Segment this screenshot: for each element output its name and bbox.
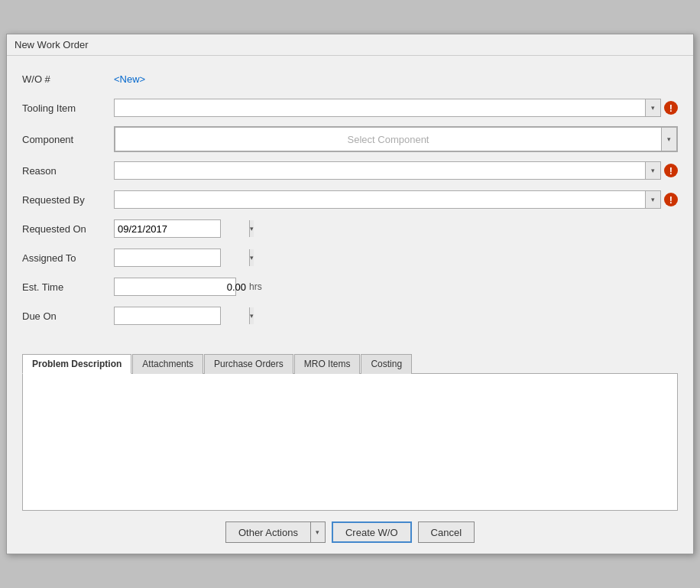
tooling-item-row: Tooling Item ▾ ! — [22, 97, 678, 119]
tab-purchase-orders[interactable]: Purchase Orders — [204, 354, 293, 374]
est-time-unit: hrs — [249, 281, 262, 292]
est-time-wrap: hrs — [114, 278, 678, 296]
reason-label: Reason — [22, 165, 114, 177]
main-window: New Work Order W/O # <New> Tooling Item … — [6, 34, 694, 554]
est-time-label: Est. Time — [22, 281, 114, 293]
assigned-to-row: Assigned To ▾ — [22, 247, 678, 268]
tooling-item-required-icon: ! — [664, 101, 678, 115]
tooling-item-dropdown-btn[interactable]: ▾ — [645, 99, 660, 116]
component-wrap: Select Component ▾ — [114, 126, 678, 152]
tab-attachments[interactable]: Attachments — [132, 354, 203, 374]
tab-costing[interactable]: Costing — [361, 354, 412, 374]
assigned-to-input[interactable] — [115, 249, 249, 266]
tab-content-problem-description — [22, 373, 678, 511]
assigned-to-wrap: ▾ — [114, 249, 678, 267]
est-time-field: hrs — [114, 278, 236, 296]
requested-on-field: ▾ — [114, 219, 221, 238]
due-on-input[interactable] — [115, 307, 249, 324]
component-placeholder[interactable]: Select Component — [115, 134, 661, 145]
reason-input[interactable] — [115, 162, 645, 179]
wo-number-row: W/O # <New> — [22, 68, 678, 89]
tabs-header: Problem Description Attachments Purchase… — [22, 354, 678, 374]
requested-on-row: Requested On ▾ — [22, 218, 678, 239]
component-label: Component — [22, 134, 114, 145]
wo-number-label: W/O # — [22, 73, 114, 85]
requested-by-input[interactable] — [115, 191, 645, 208]
tooling-item-input[interactable] — [115, 99, 645, 116]
tab-problem-description[interactable]: Problem Description — [22, 354, 131, 374]
requested-by-row: Requested By ▾ ! — [22, 189, 678, 210]
assigned-to-field: ▾ — [114, 249, 221, 267]
reason-required-icon: ! — [664, 164, 678, 177]
wo-number-value-wrap: <New> — [114, 73, 678, 85]
reason-row: Reason ▾ ! — [22, 160, 678, 181]
due-on-field: ▾ — [114, 307, 221, 325]
requested-by-dropdown-btn[interactable]: ▾ — [645, 191, 660, 208]
component-row: Component Select Component ▾ — [22, 126, 678, 152]
requested-by-field: ▾ — [114, 190, 661, 209]
reason-wrap: ▾ ! — [114, 161, 678, 180]
requested-on-label: Requested On — [22, 223, 114, 235]
due-on-label: Due On — [22, 310, 114, 322]
cancel-button[interactable]: Cancel — [418, 521, 475, 543]
requested-by-label: Requested By — [22, 194, 114, 206]
est-time-input[interactable] — [115, 278, 249, 295]
requested-on-calendar-btn[interactable]: ▾ — [249, 220, 254, 237]
tooling-item-label: Tooling Item — [22, 102, 114, 114]
wo-number-value: <New> — [114, 73, 145, 85]
other-actions-arrow-btn[interactable]: ▾ — [310, 521, 326, 543]
window-title: New Work Order — [15, 39, 89, 50]
reason-dropdown-btn[interactable]: ▾ — [645, 162, 660, 179]
due-on-wrap: ▾ — [114, 307, 678, 325]
create-wo-button[interactable]: Create W/O — [332, 521, 412, 543]
requested-on-input[interactable] — [115, 220, 249, 237]
reason-field: ▾ — [114, 161, 661, 180]
other-actions-button[interactable]: Other Actions — [225, 521, 310, 543]
tabs-area: Problem Description Attachments Purchase… — [22, 354, 678, 511]
requested-by-required-icon: ! — [664, 193, 678, 206]
est-time-row: Est. Time hrs — [22, 276, 678, 297]
due-on-row: Due On ▾ — [22, 305, 678, 326]
tooling-item-field: ▾ — [114, 99, 661, 117]
tooling-item-wrap: ▾ ! — [114, 99, 678, 117]
form-area: W/O # <New> Tooling Item ▾ ! Component — [7, 56, 693, 346]
component-dropdown-btn[interactable]: ▾ — [661, 128, 676, 151]
tab-mro-items[interactable]: MRO Items — [294, 354, 361, 374]
requested-by-wrap: ▾ ! — [114, 190, 678, 209]
component-field[interactable]: Select Component ▾ — [114, 126, 678, 152]
due-on-calendar-btn[interactable]: ▾ — [249, 307, 254, 324]
other-actions-split-btn: Other Actions ▾ — [225, 521, 326, 543]
requested-on-wrap: ▾ — [114, 219, 678, 238]
assigned-to-label: Assigned To — [22, 252, 114, 264]
assigned-to-dropdown-btn[interactable]: ▾ — [249, 249, 254, 266]
title-bar: New Work Order — [7, 34, 693, 56]
button-area: Other Actions ▾ Create W/O Cancel — [7, 511, 693, 554]
